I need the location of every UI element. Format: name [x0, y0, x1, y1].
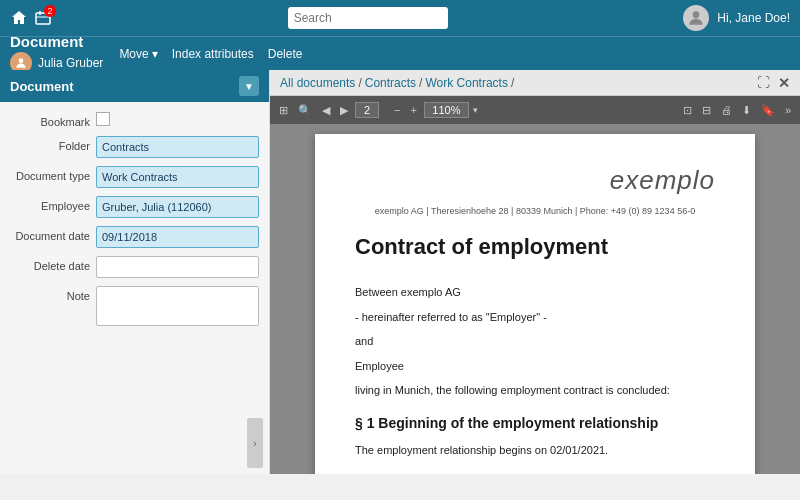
left-panel-title: Document [10, 79, 74, 94]
index-attributes-button[interactable]: Index attributes [166, 45, 260, 63]
zoom-dropdown-icon[interactable]: ▾ [473, 105, 478, 115]
section1-title: § 1 Beginning of the employment relation… [355, 413, 715, 434]
zoom-out-button[interactable]: − [391, 103, 403, 117]
doc-para3: and [355, 333, 715, 350]
breadcrumb-all-docs[interactable]: All documents [280, 76, 355, 90]
fit-width-button[interactable]: ⊟ [699, 103, 714, 118]
employee-input[interactable] [96, 196, 259, 218]
chevron-down-icon: ▾ [152, 47, 158, 61]
folder-input[interactable] [96, 136, 259, 158]
breadcrumb-sep3: / [511, 76, 514, 90]
bookmark-row: Bookmark [10, 112, 259, 128]
doc-para5: living in Munich, the following employme… [355, 382, 715, 399]
doc-page: exemplo exemplo AG | Theresienhoehe 28 |… [315, 134, 755, 474]
doc-body: Between exemplo AG - hereinafter referre… [355, 284, 715, 458]
employee-label: Employee [10, 196, 90, 212]
docbar: Document Julia Gruber Move ▾ Index attri… [0, 36, 800, 70]
viewer-bookmark-button[interactable]: 🔖 [758, 103, 778, 118]
breadcrumb-contracts[interactable]: Contracts [365, 76, 416, 90]
delete-date-input[interactable] [96, 256, 259, 278]
search-bar [60, 7, 675, 29]
close-icon[interactable]: ✕ [778, 75, 790, 91]
fullscreen-icon[interactable]: ⛶ [757, 75, 770, 90]
docbar-actions: Move ▾ Index attributes Delete [113, 45, 308, 63]
section1-para1: The employment relationship begins on 02… [355, 442, 715, 459]
doc-date-row: Document date [10, 226, 259, 248]
breadcrumb-work-contracts[interactable]: Work Contracts [425, 76, 507, 90]
doc-date-label: Document date [10, 226, 90, 242]
doc-para2: - hereinafter referred to as "Employer" … [355, 309, 715, 326]
bookmark-label: Bookmark [10, 112, 90, 128]
document-viewer: All documents / Contracts / Work Contrac… [270, 70, 800, 474]
topbar: 2 Hi, Jane Doe! [0, 0, 800, 36]
delete-date-label: Delete date [10, 256, 90, 272]
company-info: exemplo AG | Theresienhoehe 28 | 80339 M… [355, 206, 715, 216]
doc-date-input[interactable] [96, 226, 259, 248]
search-input[interactable] [288, 7, 448, 29]
fit-page-button[interactable]: ⊡ [680, 103, 695, 118]
page-number-input[interactable] [355, 102, 379, 118]
more-options-button[interactable]: » [782, 103, 794, 117]
breadcrumb-sep1: / [358, 76, 361, 90]
note-label: Note [10, 286, 90, 302]
folder-label: Folder [10, 136, 90, 152]
viewer-toolbar: ⊞ 🔍 ◀ ▶ − + ▾ ⊡ ⊟ 🖨 ⬇ 🔖 » [270, 96, 800, 124]
topbar-left: 2 [10, 9, 52, 27]
form-area: Bookmark Folder Document type Employee D… [0, 102, 269, 344]
left-panel-header: Document ▼ [0, 70, 269, 102]
main-layout: Document ▼ Bookmark Folder Document type… [0, 70, 800, 474]
home-icon[interactable] [10, 9, 28, 27]
doc-type-row: Document type [10, 166, 259, 188]
prev-page-button[interactable]: ◀ [319, 103, 333, 118]
viewer-search-button[interactable]: 🔍 [295, 103, 315, 118]
viewer-content[interactable]: exemplo exemplo AG | Theresienhoehe 28 |… [270, 124, 800, 474]
doc-type-label: Document type [10, 166, 90, 182]
print-button[interactable]: 🖨 [718, 103, 735, 117]
next-page-button[interactable]: ▶ [337, 103, 351, 118]
breadcrumb-bar: All documents / Contracts / Work Contrac… [270, 70, 800, 96]
calendar-icon[interactable]: 2 [34, 9, 52, 27]
svg-point-4 [693, 11, 700, 18]
doc-user-name: Julia Gruber [38, 56, 103, 70]
folder-row: Folder [10, 136, 259, 158]
download-button[interactable]: ⬇ [739, 103, 754, 118]
breadcrumb-sep2: / [419, 76, 422, 90]
company-logo: exemplo [610, 164, 715, 196]
delete-date-row: Delete date [10, 256, 259, 278]
employee-row: Employee [10, 196, 259, 218]
doc-logo-area: exemplo [355, 164, 715, 196]
doc-para1: Between exemplo AG [355, 284, 715, 301]
move-button[interactable]: Move ▾ [113, 45, 163, 63]
doc-type-input[interactable] [96, 166, 259, 188]
contract-title: Contract of employment [355, 234, 715, 260]
topbar-right: Hi, Jane Doe! [683, 5, 790, 31]
zoom-level-input[interactable] [424, 102, 469, 118]
doc-para4: Employee [355, 358, 715, 375]
notification-badge: 2 [44, 5, 56, 17]
bookmark-checkbox[interactable] [96, 112, 110, 126]
zoom-in-button[interactable]: + [407, 103, 419, 117]
greeting-text: Hi, Jane Doe! [717, 11, 790, 25]
panel-chevron-icon[interactable]: ▼ [239, 76, 259, 96]
doc-title: Document [10, 33, 103, 50]
panel-expand-icon[interactable]: › [247, 418, 263, 468]
delete-button[interactable]: Delete [262, 45, 309, 63]
avatar[interactable] [683, 5, 709, 31]
svg-point-5 [19, 58, 24, 63]
note-textarea[interactable] [96, 286, 259, 326]
thumbnail-view-button[interactable]: ⊞ [276, 103, 291, 118]
note-row: Note [10, 286, 259, 326]
left-panel: Document ▼ Bookmark Folder Document type… [0, 70, 270, 474]
